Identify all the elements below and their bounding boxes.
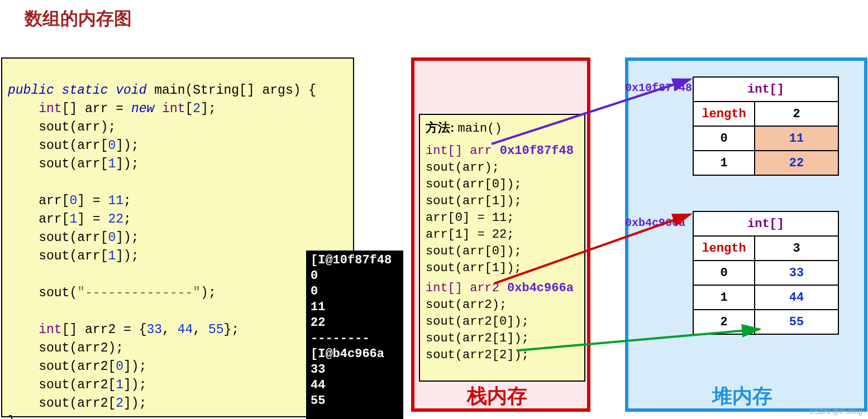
- heap-label: 堆内存: [712, 383, 772, 410]
- stack-label: 栈内存: [467, 383, 527, 410]
- heap-addr-1: 0x10f87f48: [625, 81, 692, 94]
- watermark: CSDN @iFulling: [809, 407, 862, 416]
- code-panel: public static void main(String[] args) {…: [1, 57, 354, 417]
- console-output: [I@10f87f48 0 0 11 22 -------- [I@b4c966…: [306, 251, 403, 419]
- heap-addr-2: 0xb4c966a: [625, 216, 685, 229]
- heap-array-1: int[] length2 011 122: [693, 76, 839, 176]
- diagram-title: 数组的内存图: [25, 7, 132, 31]
- stack-frame: 方法: main() int[] arr0x10f87f48 sout(arr)…: [419, 114, 585, 382]
- heap-array-2: int[] length3 033 144 255: [693, 211, 839, 335]
